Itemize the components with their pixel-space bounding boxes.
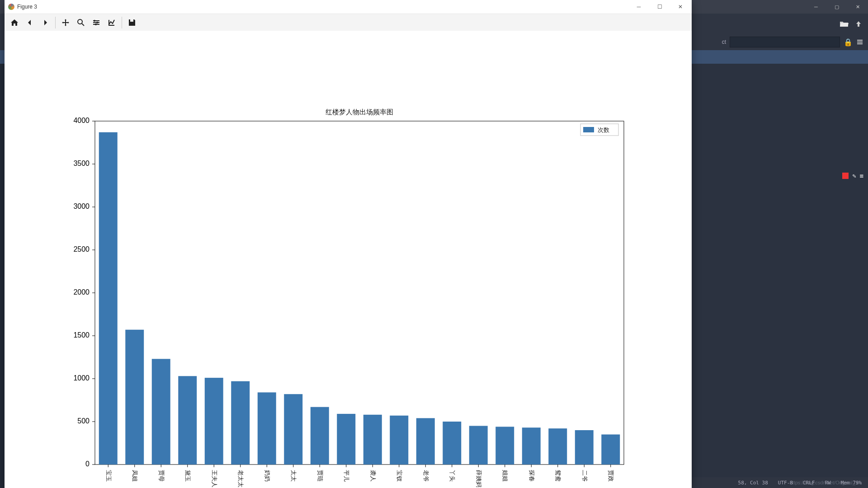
ide-search-input[interactable] — [730, 37, 840, 47]
svg-text:3500: 3500 — [73, 160, 90, 167]
svg-text:3000: 3000 — [73, 202, 90, 210]
svg-rect-27 — [125, 330, 144, 465]
svg-text:4000: 4000 — [73, 117, 90, 124]
svg-text:宝钗: 宝钗 — [396, 470, 403, 482]
svg-text:平儿: 平儿 — [343, 470, 350, 482]
stop-icon[interactable] — [842, 173, 849, 179]
svg-rect-75 — [548, 428, 567, 465]
svg-rect-51 — [337, 414, 355, 465]
svg-text:丫头: 丫头 — [449, 470, 456, 482]
svg-text:黛玉: 黛玉 — [184, 470, 191, 482]
up-arrow-icon[interactable] — [854, 19, 863, 29]
toolbar-separator — [55, 17, 56, 28]
svg-text:奶奶: 奶奶 — [264, 470, 271, 482]
svg-point-3 — [95, 23, 97, 25]
svg-text:红楼梦人物出场频率图: 红楼梦人物出场频率图 — [326, 108, 393, 116]
ide-maximize-button[interactable]: ▢ — [826, 0, 847, 14]
svg-text:贾母: 贾母 — [158, 470, 165, 482]
svg-text:次数: 次数 — [598, 127, 609, 133]
svg-point-1 — [94, 20, 95, 22]
svg-rect-54 — [363, 415, 382, 465]
svg-rect-33 — [178, 376, 197, 465]
svg-point-2 — [96, 22, 98, 23]
svg-rect-86 — [583, 127, 594, 132]
svg-text:凤姐: 凤姐 — [132, 470, 138, 482]
toolbar-separator — [122, 17, 122, 28]
svg-rect-57 — [390, 416, 408, 465]
figure-toolbar — [5, 14, 692, 32]
svg-rect-42 — [258, 392, 276, 465]
menu-icon[interactable] — [856, 38, 863, 46]
svg-rect-72 — [522, 427, 541, 465]
svg-text:王夫人: 王夫人 — [211, 470, 218, 487]
svg-rect-39 — [231, 381, 250, 465]
pan-icon[interactable] — [58, 15, 73, 30]
ide-minimize-button[interactable]: ─ — [806, 0, 826, 14]
svg-text:鸳鸯: 鸳鸯 — [555, 470, 561, 482]
svg-point-0 — [78, 19, 82, 24]
svg-text:老爷: 老爷 — [423, 470, 429, 482]
svg-text:老太太: 老太太 — [237, 470, 244, 487]
svg-text:2500: 2500 — [73, 245, 90, 253]
svg-text:1500: 1500 — [73, 331, 90, 339]
matplotlib-icon — [8, 4, 14, 10]
ide-close-button[interactable]: ✕ — [847, 0, 868, 14]
svg-rect-60 — [416, 418, 435, 465]
svg-text:贾政: 贾政 — [608, 470, 614, 482]
close-button[interactable]: ✕ — [670, 0, 691, 14]
minimize-button[interactable]: ─ — [628, 0, 649, 14]
figure-window: Figure 3 ─ ☐ ✕ 红楼梦人物出场频率图050010001500200… — [5, 0, 692, 488]
svg-rect-5 — [95, 121, 624, 465]
maximize-button[interactable]: ☐ — [649, 0, 670, 14]
svg-text:宝玉: 宝玉 — [105, 470, 112, 482]
svg-text:袭人: 袭人 — [370, 470, 377, 482]
zoom-icon[interactable] — [74, 15, 88, 30]
save-icon[interactable] — [125, 15, 139, 30]
svg-rect-69 — [495, 427, 514, 465]
svg-text:2000: 2000 — [73, 288, 90, 296]
eraser-icon[interactable]: ✎ — [852, 172, 856, 179]
svg-text:二爷: 二爷 — [581, 470, 588, 482]
svg-rect-45 — [284, 394, 302, 465]
svg-text:太太: 太太 — [290, 470, 297, 482]
svg-text:500: 500 — [77, 417, 90, 425]
svg-text:1000: 1000 — [73, 374, 90, 382]
svg-text:贾琏: 贾琏 — [317, 470, 324, 482]
svg-rect-36 — [205, 378, 223, 465]
axes-icon[interactable] — [104, 15, 119, 30]
ct-label: ct — [722, 39, 726, 45]
back-icon[interactable] — [23, 15, 37, 30]
forward-icon[interactable] — [38, 15, 52, 30]
svg-text:0: 0 — [85, 460, 90, 468]
subplots-icon[interactable] — [89, 15, 104, 30]
figure-title: Figure 3 — [17, 4, 37, 10]
svg-rect-78 — [575, 430, 594, 465]
console-menu-icon[interactable]: ≡ — [860, 172, 863, 179]
home-icon[interactable] — [7, 15, 22, 30]
console-tools: ✎ ≡ — [842, 172, 863, 179]
svg-rect-24 — [99, 132, 118, 465]
folder-open-icon[interactable] — [839, 19, 849, 29]
chart-svg: 红楼梦人物出场频率图050010001500200025003000350040… — [5, 31, 692, 487]
svg-rect-30 — [152, 359, 170, 465]
plot-area: 红楼梦人物出场频率图050010001500200025003000350040… — [5, 31, 692, 488]
svg-rect-63 — [443, 422, 461, 465]
svg-text:探春: 探春 — [528, 470, 535, 482]
svg-rect-81 — [601, 435, 620, 465]
svg-rect-66 — [469, 426, 488, 465]
svg-text:姐姐: 姐姐 — [502, 470, 509, 482]
lock-icon[interactable]: 🔒 — [844, 38, 853, 47]
svg-rect-48 — [311, 407, 329, 465]
figure-titlebar[interactable]: Figure 3 ─ ☐ ✕ — [5, 0, 692, 14]
status-position: 58, Col 38 — [738, 480, 768, 486]
watermark: https://blog.csdn.net/Original_xin — [789, 480, 862, 485]
svg-text:薛姨妈: 薛姨妈 — [476, 470, 482, 487]
